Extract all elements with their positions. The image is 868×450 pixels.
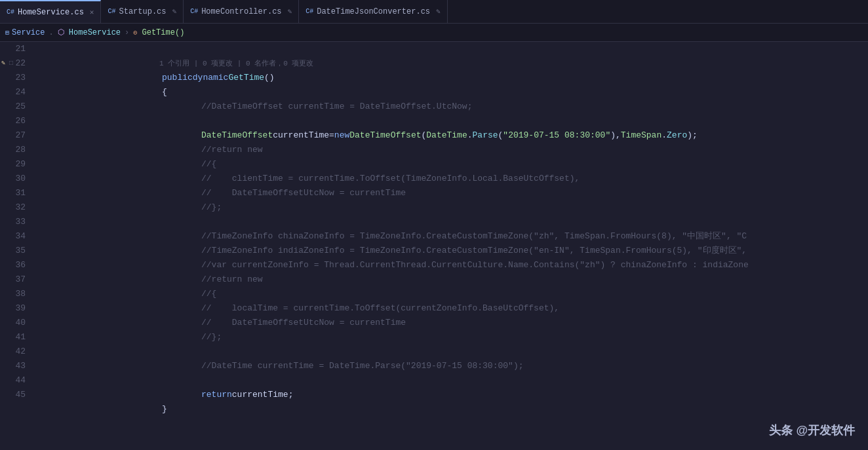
code-line-30: // DateTimeOffsetUtcNow = currentTime [41,186,868,200]
code-line-24: //DateTimeOffset currentTime = DateTimeO… [41,100,868,114]
gutter-28: 28 [0,143,31,157]
code-line-27: //return new [41,143,868,157]
tab-close-homecontroller[interactable]: ✎ [288,7,292,16]
tab-label-homecontroller: HomeController.cs [201,7,281,16]
gutter-43: 43 [0,359,31,373]
breadcrumb-sep2: › [125,28,129,37]
cs-icon: C# [7,9,14,16]
breadcrumb-sep1: . [49,28,53,37]
code-line-22: public dynamic GetTime() [41,71,868,85]
tab-startup[interactable]: C# Startup.cs ✎ [101,0,184,23]
code-line-25 [41,114,868,128]
gutter-44: 44 [0,373,31,388]
gutter-36: 36 [0,258,31,272]
ref-info: 1 个引用 | 0 项更改 | 0 名作者，0 项更改 [41,56,868,71]
cs-icon-startup: C# [108,8,115,15]
gutter-32: 32 [0,200,31,215]
code-line-45: } [41,402,868,417]
pencil-icon: ✎ [1,56,5,71]
breadcrumb-namespace[interactable]: Service [12,28,45,37]
tab-close-datetimejson[interactable]: ✎ [436,7,441,16]
editor-area: 21 ✎ □ 22 23 24 25 26 27 28 29 30 31 32 … [0,42,868,450]
code-line-43 [41,373,868,388]
gutter-30: 30 [0,172,31,186]
code-editor[interactable]: 1 个引用 | 0 项更改 | 0 名作者，0 项更改 public dynam… [36,42,868,450]
code-line-36: //return new [41,272,868,287]
gutter-22: ✎ □ 22 [0,56,31,71]
tab-close-homeservice[interactable]: ✕ [90,8,94,16]
breadcrumb-cs-icon: ⊞ [5,29,9,37]
tab-label-datetimejson: DateTimeJsonConverter.cs [317,7,430,16]
code-line-41 [41,345,868,359]
tab-homecontroller[interactable]: C# HomeController.cs ✎ [184,0,299,23]
gutter-26: 26 [0,114,31,128]
code-line-34: //TimeZoneInfo indiaZoneInfo = TimeZoneI… [41,244,868,258]
cs-icon-homecontroller: C# [190,8,198,15]
gutter-23: 23 [0,71,31,85]
line-number-gutter: 21 ✎ □ 22 23 24 25 26 27 28 29 30 31 32 … [0,42,36,450]
gutter-40: 40 [0,316,31,330]
code-line-44: return currentTime; [41,388,868,402]
gutter-35: 35 [0,244,31,258]
code-line-23: { [41,85,868,100]
code-line-29: // clientTime = currentTime.ToOffset(Tim… [41,172,868,186]
gutter-42: 42 [0,345,31,359]
gutter-27: 27 [0,128,31,143]
code-line-37: //{ [41,287,868,301]
gutter-39: 39 [0,301,31,316]
gutter-24: 24 [0,85,31,100]
gutter-31: 31 [0,186,31,200]
gutter-37: 37 [0,272,31,287]
code-line-35: //var currentZoneInfo = Thread.CurrentTh… [41,258,868,272]
gutter-45: 45 [0,388,31,402]
gutter-21: 21 [0,42,31,56]
collapse-icon[interactable]: □ [9,56,13,71]
gutter-33: 33 [0,215,31,229]
code-line-28: //{ [41,157,868,172]
code-line-26: DateTimeOffset currentTime = new DateTim… [41,128,868,143]
code-line-21 [41,42,868,56]
tab-label: HomeService.cs [18,8,84,17]
gutter-34: 34 [0,229,31,244]
code-line-40: //}; [41,330,868,345]
breadcrumb-method[interactable]: ⊙ GetTime() [133,28,184,37]
code-line-31: //}; [41,200,868,215]
tab-homeservice[interactable]: C# HomeService.cs ✕ [0,0,101,23]
code-line-39: // DateTimeOffsetUtcNow = currentTime [41,316,868,330]
tab-bar: C# HomeService.cs ✕ C# Startup.cs ✎ C# H… [0,0,868,24]
code-line-42: //DateTime currentTime = DateTime.Parse(… [41,359,868,373]
gutter-38: 38 [0,287,31,301]
tab-datetimejson[interactable]: C# DateTimeJsonConverter.cs ✎ [299,0,447,23]
gutter-25: 25 [0,100,31,114]
code-line-38: // localTime = currentTime.ToOffset(curr… [41,301,868,316]
tab-label-startup: Startup.cs [119,7,166,16]
gutter-41: 41 [0,330,31,345]
cs-icon-datetimejson: C# [306,8,313,15]
code-line-33: //TimeZoneInfo chinaZoneInfo = TimeZoneI… [41,229,868,244]
code-line-32 [41,215,868,229]
tab-close-startup[interactable]: ✎ [172,7,177,16]
breadcrumb-class[interactable]: ⬡ HomeService [58,28,121,37]
gutter-29: 29 [0,157,31,172]
breadcrumb-bar: ⊞ Service . ⬡ HomeService › ⊙ GetTime() [0,24,868,42]
